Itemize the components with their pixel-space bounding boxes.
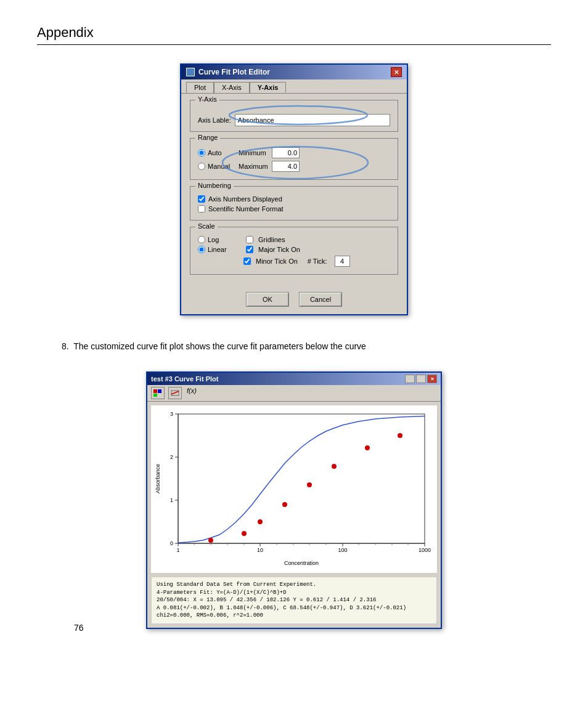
svg-rect-3 [158, 389, 161, 393]
chart-icon-1 [153, 389, 163, 397]
toolbar-icon-2[interactable] [168, 387, 182, 399]
minimum-input[interactable] [272, 147, 300, 158]
dialog-app-icon [186, 68, 195, 76]
minor-tick-checkbox[interactable] [243, 258, 251, 265]
chart-area: Absorbance Concentration 1 10 100 1000 [151, 405, 437, 573]
axis-label-input[interactable] [235, 114, 390, 126]
axis-numbers-checkbox[interactable] [198, 195, 205, 203]
major-tick-checkbox[interactable] [246, 246, 253, 253]
scale-legend: Scale [195, 222, 218, 230]
manual-radio[interactable] [198, 163, 205, 170]
numbering-group: Numbering Axis Numbers Displayed Scentif… [190, 186, 398, 221]
chart-titlebar-buttons: _ □ ✕ [405, 375, 437, 383]
svg-text:100: 100 [338, 547, 347, 553]
range-legend: Range [195, 134, 220, 141]
chart-maximize-button[interactable]: □ [416, 375, 426, 383]
svg-point-39 [208, 538, 213, 543]
page-heading: Appendix [37, 25, 94, 41]
svg-point-45 [365, 445, 370, 450]
ok-button[interactable]: OK [246, 292, 289, 307]
scientific-label: Scentific Number Format [208, 205, 284, 213]
dialog-tabs: Plot X-Axis Y-Axis [181, 79, 407, 94]
maximum-input[interactable] [272, 161, 300, 172]
gridlines-checkbox[interactable] [246, 236, 253, 243]
params-line3: 20/50/004: X = 13.095 / 42.356 / 102.126… [157, 596, 431, 604]
scale-group: Scale Log Gridlines Linear [190, 227, 398, 275]
params-line1: Using Standard Data Set from Current Exp… [157, 581, 431, 589]
scientific-row: Scentific Number Format [198, 205, 390, 213]
gridlines-label: Gridlines [258, 236, 285, 243]
svg-rect-2 [153, 389, 157, 393]
linear-radio-label[interactable]: Linear [198, 246, 241, 253]
yaxis-group: Y-Axis Axis Lable: [190, 100, 398, 132]
svg-text:1000: 1000 [419, 547, 431, 553]
minor-tick-row: Minor Tick On # Tick: [198, 256, 390, 267]
chart-toolbar: f(x) [147, 385, 441, 402]
params-line5: chi2=0.000, RMS=0.006, r^2=1.000 [157, 612, 431, 620]
curve-fit-dialog: Curve Fit Plot Editor ✕ Plot X-Axis Y-Ax… [180, 63, 408, 315]
auto-radio[interactable] [198, 149, 205, 156]
svg-rect-7 [178, 414, 425, 543]
svg-text:0: 0 [170, 540, 173, 546]
x-axis-label: Concentration [284, 560, 319, 566]
titlebar-left: Curve Fit Plot Editor [186, 68, 270, 76]
axis-label-row: Axis Lable: [198, 114, 390, 126]
params-line2: 4-Parameters Fit: Y=(A-D)/(1+(X/C)^B)+D [157, 589, 431, 597]
svg-text:3: 3 [170, 411, 173, 417]
tab-xaxis[interactable]: X-Axis [214, 82, 250, 93]
page-number: 76 [74, 623, 588, 633]
log-radio-label[interactable]: Log [198, 236, 241, 243]
manual-radio-label[interactable]: Manual [198, 163, 235, 170]
tick-count-input[interactable] [335, 256, 350, 267]
axis-numbers-label: Axis Numbers Displayed [208, 195, 282, 203]
tab-plot[interactable]: Plot [186, 82, 214, 93]
linear-radio[interactable] [198, 246, 205, 253]
minor-tick-label: Minor Tick On [256, 258, 298, 265]
svg-point-44 [332, 464, 337, 469]
dialog-close-button[interactable]: ✕ [391, 67, 402, 77]
range-group: Range Auto Minimum Manual [190, 138, 398, 180]
svg-point-46 [398, 433, 402, 438]
dialog-body: Y-Axis Axis Lable: Range [181, 94, 407, 287]
numbering-legend: Numbering [195, 182, 234, 189]
yaxis-legend: Y-Axis [195, 95, 219, 103]
axis-numbers-row: Axis Numbers Displayed [198, 195, 390, 203]
svg-text:10: 10 [257, 547, 263, 553]
fx-label: f(x) [187, 387, 197, 399]
svg-point-43 [307, 482, 312, 487]
tab-yaxis[interactable]: Y-Axis [250, 82, 287, 93]
svg-text:Absorbance: Absorbance [155, 464, 161, 493]
chart-params: Using Standard Data Set from Current Exp… [151, 577, 437, 624]
toolbar-icon-1[interactable] [151, 387, 165, 399]
maximum-label: Maximum [239, 163, 268, 170]
cancel-button[interactable]: Cancel [299, 292, 342, 307]
major-tick-label: Major Tick On [258, 246, 300, 253]
svg-text:1: 1 [170, 497, 173, 503]
scientific-checkbox[interactable] [198, 205, 205, 213]
svg-point-40 [242, 531, 247, 536]
tick-count-label: # Tick: [308, 258, 327, 265]
dialog-buttons: OK Cancel [181, 287, 407, 314]
dialog-screenshot: Curve Fit Plot Editor ✕ Plot X-Axis Y-Ax… [180, 63, 408, 315]
log-gridlines-row: Log Gridlines [198, 236, 390, 243]
dialog-title: Curve Fit Plot Editor [198, 68, 270, 76]
linear-majortick-row: Linear Major Tick On [198, 246, 390, 253]
chart-close-button[interactable]: ✕ [427, 375, 437, 383]
svg-point-41 [258, 519, 263, 524]
chart-icon-2 [170, 389, 180, 397]
chart-window: test #3 Curve Fit Plot _ □ ✕ [146, 371, 442, 629]
auto-row: Auto Minimum [198, 147, 390, 158]
log-radio[interactable] [198, 236, 205, 243]
params-line4: A 0.081(+/-0.002), B 1.048(+/-0.006), C … [157, 604, 431, 612]
auto-radio-label[interactable]: Auto [198, 149, 235, 156]
dialog-titlebar: Curve Fit Plot Editor ✕ [181, 65, 407, 79]
chart-title: test #3 Curve Fit Plot [151, 375, 218, 383]
chart-titlebar: test #3 Curve Fit Plot _ □ ✕ [147, 373, 441, 385]
svg-text:2: 2 [170, 454, 173, 460]
svg-text:1: 1 [176, 547, 179, 553]
chart-minimize-button[interactable]: _ [405, 375, 415, 383]
manual-row: Manual Maximum [198, 161, 390, 172]
main-content: Curve Fit Plot Editor ✕ Plot X-Axis Y-Ax… [37, 63, 551, 629]
axis-label-text: Axis Lable: [198, 116, 231, 124]
minimum-label: Minimum [239, 149, 268, 156]
